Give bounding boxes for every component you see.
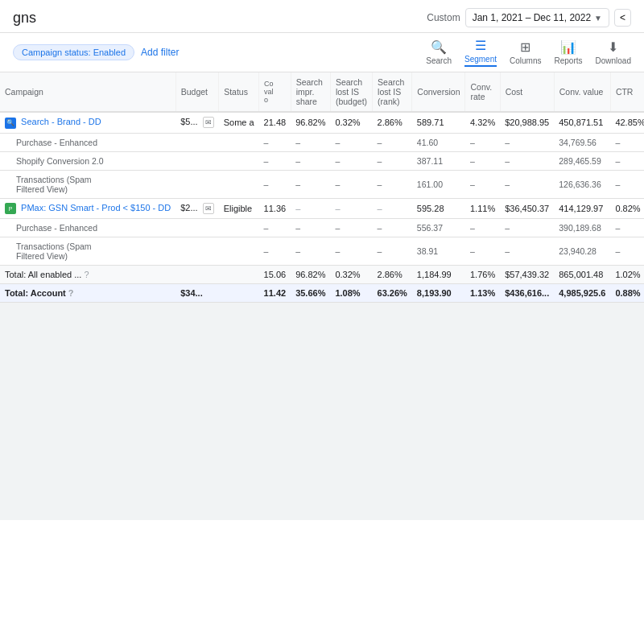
status-cell: Some a — [219, 112, 259, 133]
col-cost: Cost — [500, 72, 554, 112]
status-filter-badge[interactable]: Campaign status: Enabled — [13, 44, 134, 60]
sub-lost-rank: – — [373, 170, 412, 198]
campaigns-table-container: Campaign Budget Status Covalo Searchimpr… — [0, 72, 644, 303]
sub-conversion: 161.00 — [412, 170, 465, 198]
pmax-campaign-icon: P — [5, 203, 16, 214]
campaign-name-cell: P PMax: GSN Smart - Prod < $150 - DD — [0, 198, 175, 219]
cost-cell: $36,450.37 — [500, 198, 554, 219]
columns-action-label: Columns — [510, 56, 541, 65]
sub-campaign-name: Transactions (SpamFiltered View) — [0, 237, 175, 266]
sub-conv-rate: – — [465, 237, 500, 266]
sub-conv-value: 390,189.68 — [554, 219, 610, 237]
col-search-lost-budget: Searchlost IS(budget) — [330, 72, 372, 112]
sub-status — [219, 151, 259, 170]
co-val-cell: 21.48 — [259, 112, 291, 133]
sub-conversion: 41.60 — [412, 133, 465, 151]
campaign-name-cell: 🔍 Search - Brand - DD — [0, 112, 175, 133]
add-filter-button[interactable]: Add filter — [141, 47, 179, 58]
budget-icon: ✉ — [203, 203, 214, 214]
filter-area: Campaign status: Enabled Add filter — [13, 44, 179, 60]
sub-conv-rate: – — [465, 170, 500, 198]
segment-action-button[interactable]: ☰ Segment — [464, 38, 497, 67]
date-picker: Custom Jan 1, 2021 – Dec 11, 2022 ▼ < — [427, 8, 631, 27]
sub-co-val: – — [259, 170, 291, 198]
sub-budget — [175, 219, 218, 237]
search-action-label: Search — [426, 56, 452, 65]
col-status: Status — [219, 72, 259, 112]
sub-lost-budget: – — [330, 170, 372, 198]
budget-cell: $2... ✉ — [175, 198, 218, 219]
total-enabled-conv-rate: 1.76% — [465, 266, 500, 284]
help-icon[interactable]: ? — [68, 288, 74, 298]
total-enabled-lost-budget: 0.32% — [330, 266, 372, 284]
date-label: Custom — [427, 12, 460, 23]
date-range-text: Jan 1, 2021 – Dec 11, 2022 — [473, 12, 591, 23]
col-search-impr: Searchimpr.share — [291, 72, 330, 112]
sub-cost: – — [500, 170, 554, 198]
reports-action-label: Reports — [555, 56, 583, 65]
search-impr-cell: – — [291, 198, 330, 219]
sub-cost: – — [500, 237, 554, 266]
sub-conv-value: 289,465.59 — [554, 151, 610, 170]
sub-campaign-name: Purchase - Enhanced — [0, 219, 175, 237]
sub-ctr: – — [610, 170, 644, 198]
page-title: gns — [13, 10, 36, 27]
total-enabled-label: Total: All enabled ... ? — [0, 266, 175, 284]
col-campaign: Campaign — [0, 72, 175, 112]
total-enabled-row: Total: All enabled ... ? 15.06 96.82% 0.… — [0, 266, 644, 284]
col-ctr: CTR — [610, 72, 644, 112]
campaign-link[interactable]: Search - Brand - DD — [21, 117, 101, 126]
total-account-conv-rate: 1.13% — [465, 284, 500, 303]
table-row: Transactions (SpamFiltered View) – – – –… — [0, 237, 644, 266]
total-account-status — [219, 284, 259, 303]
sub-ctr: – — [610, 219, 644, 237]
chevron-down-icon: ▼ — [594, 14, 602, 23]
budget-cell: $5... ✉ — [175, 112, 218, 133]
col-conversion: Conversion — [412, 72, 465, 112]
sub-conv-value: 23,940.28 — [554, 237, 610, 266]
total-enabled-co-val: 15.06 — [259, 266, 291, 284]
sub-conversion: 556.37 — [412, 219, 465, 237]
search-lost-budget-cell: – — [330, 198, 372, 219]
search-campaign-icon: 🔍 — [5, 118, 16, 129]
top-bar: gns Custom Jan 1, 2021 – Dec 11, 2022 ▼ … — [0, 0, 644, 33]
nav-prev-button[interactable]: < — [614, 9, 631, 27]
campaigns-table: Campaign Budget Status Covalo Searchimpr… — [0, 72, 644, 303]
total-account-label: Total: Account ? — [0, 284, 175, 303]
sub-co-val: – — [259, 219, 291, 237]
reports-icon: 📊 — [560, 39, 576, 55]
sub-conv-rate: – — [465, 151, 500, 170]
sub-lost-budget: – — [330, 151, 372, 170]
total-enabled-search-impr: 96.82% — [291, 266, 330, 284]
table-row: Transactions (SpamFiltered View) – – – –… — [0, 170, 644, 198]
date-range-button[interactable]: Jan 1, 2021 – Dec 11, 2022 ▼ — [465, 8, 609, 27]
total-enabled-conv-value: 865,001.48 — [554, 266, 610, 284]
conversion-cell: 589.71 — [412, 112, 465, 133]
total-account-budget: $34... — [175, 284, 218, 303]
search-icon: 🔍 — [431, 39, 447, 55]
conv-rate-cell: 4.32% — [465, 112, 500, 133]
total-account-lost-rank: 63.26% — [373, 284, 412, 303]
search-action-button[interactable]: 🔍 Search — [426, 39, 452, 65]
cost-cell: $20,988.95 — [500, 112, 554, 133]
conv-value-cell: 450,871.51 — [554, 112, 610, 133]
sub-status — [219, 170, 259, 198]
reports-action-button[interactable]: 📊 Reports — [555, 39, 583, 65]
sub-lost-budget: – — [330, 219, 372, 237]
sub-cost: – — [500, 219, 554, 237]
table-header-row: Campaign Budget Status Covalo Searchimpr… — [0, 72, 644, 112]
total-enabled-conversion: 1,184.99 — [412, 266, 465, 284]
sub-status — [219, 219, 259, 237]
status-cell: Eligible — [219, 198, 259, 219]
total-account-co-val: 11.42 — [259, 284, 291, 303]
table-row: Purchase - Enhanced – – – – 556.37 – – 3… — [0, 219, 644, 237]
columns-action-button[interactable]: ⊞ Columns — [510, 39, 541, 65]
campaign-link[interactable]: PMax: GSN Smart - Prod < $150 - DD — [21, 203, 171, 213]
help-icon[interactable]: ? — [84, 270, 89, 279]
col-conv-value: Conv. value — [554, 72, 610, 112]
action-buttons: 🔍 Search ☰ Segment ⊞ Columns 📊 Reports ⬇… — [426, 38, 631, 67]
sub-search-impr: – — [291, 237, 330, 266]
download-action-button[interactable]: ⬇ Download — [596, 39, 631, 65]
empty-gray-area — [0, 303, 644, 520]
toolbar: Campaign status: Enabled Add filter 🔍 Se… — [0, 33, 644, 72]
